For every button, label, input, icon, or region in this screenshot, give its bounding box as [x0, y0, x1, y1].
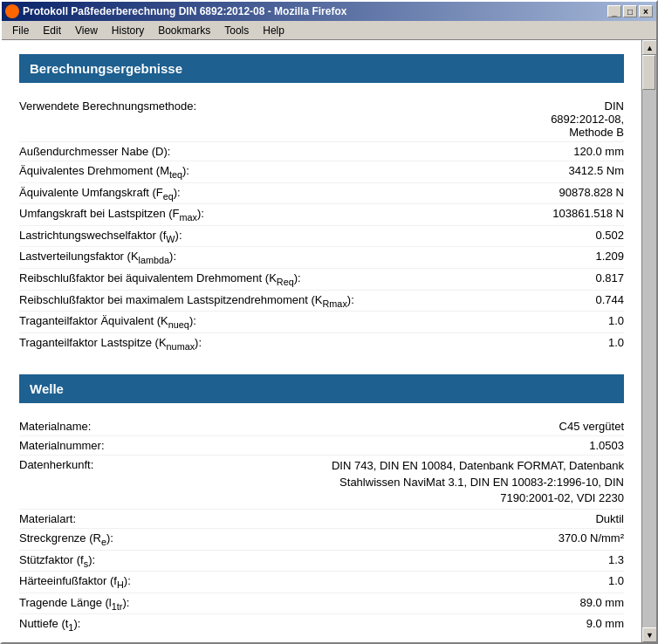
table-row: Außendurchmesser Nabe (D): 120.0 mm [19, 142, 624, 161]
menu-view[interactable]: View [68, 23, 105, 38]
menu-help[interactable]: Help [256, 23, 291, 38]
table-row: Materialnummer: 1.0503 [19, 436, 624, 456]
menu-bar: File Edit View History Bookmarks Tools H… [2, 21, 656, 40]
row-value: 0.502 [595, 229, 624, 242]
row-value: 0.744 [595, 293, 624, 306]
row-label: Härteeinfußfaktor (fH): [19, 574, 131, 590]
row-value: 89.0 mm [579, 596, 624, 609]
row-label: Reibschlußfaktor bei maximalem Lastspitz… [19, 293, 354, 309]
scroll-thumb[interactable] [642, 55, 655, 90]
table-row: Reibschlußfaktor bei äquivalentem Drehmo… [19, 269, 624, 291]
table-row: Datenherkunft: DIN 743, DIN EN 10084, Da… [19, 456, 624, 510]
row-value: 1.0503 [589, 439, 624, 452]
content-area: Berechnungsergebnisse Verwendete Berechn… [2, 40, 656, 642]
row-value: 0.817 [595, 271, 624, 284]
table-row: Härteeinfußfaktor (fH): 1.0 [19, 572, 624, 593]
close-button[interactable]: × [639, 5, 653, 17]
row-label: Lastrichtungswechselfaktor (fW): [19, 229, 182, 244]
title-bar: Protokoll Paßfederberechnung DIN 6892:20… [2, 2, 656, 21]
table-row: Materialname: C45 vergütet [19, 417, 624, 436]
table-row: Traganteilfaktor Äquivalent (Knueq): 1.0 [19, 312, 624, 333]
row-value: C45 vergütet [559, 420, 624, 433]
row-label: Materialart: [19, 512, 76, 525]
row-value: DIN 743, DIN EN 10084, Datenbank FORMAT,… [291, 458, 624, 506]
table-row: Materialart: Duktil [19, 510, 624, 529]
table-row: Äquivalente Umfangskraft (Feq): 90878.82… [19, 183, 624, 205]
firefox-icon [5, 4, 19, 18]
scroll-up-button[interactable]: ▲ [642, 40, 656, 55]
table-row: Umfangskraft bei Lastspitzen (Fmax): 103… [19, 204, 624, 226]
table-row: Lastverteilungsfaktor (Klambda): 1.209 [19, 247, 624, 269]
section1-header: Berechnungsergebnisse [19, 54, 624, 83]
window-controls: _ □ × [607, 5, 653, 17]
welle-section: Materialname: C45 vergütet Materialnumme… [19, 417, 624, 635]
row-label: Traganteilfaktor Lastspitze (Knumax): [19, 336, 202, 352]
row-label: Verwendete Berechnungsmethode: [19, 99, 196, 113]
menu-history[interactable]: History [105, 23, 151, 38]
scroll-down-button[interactable]: ▼ [642, 627, 656, 642]
row-label: Äquivalentes Drehmoment (Mteq): [19, 164, 189, 180]
row-label: Materialname: [19, 420, 91, 433]
browser-window: Protokoll Paßfederberechnung DIN 6892:20… [0, 0, 658, 644]
menu-file[interactable]: File [5, 23, 36, 38]
row-value: 1.0 [608, 336, 624, 349]
row-value: 1.0 [608, 314, 624, 327]
row-value: 9.0 mm [586, 617, 624, 630]
row-value: 1.209 [595, 250, 624, 263]
row-value: 1.0 [608, 574, 624, 587]
row-label: Lastverteilungsfaktor (Klambda): [19, 250, 176, 265]
row-value: Duktil [595, 512, 624, 525]
row-label: Reibschlußfaktor bei äquivalentem Drehmo… [19, 271, 301, 287]
row-label: Streckgrenze (Re): [19, 531, 113, 547]
table-row: Äquivalentes Drehmoment (Mteq): 3412.5 N… [19, 161, 624, 183]
maximize-button[interactable]: □ [623, 5, 637, 17]
row-label: Umfangskraft bei Lastspitzen (Fmax): [19, 207, 204, 223]
row-value: 90878.828 N [559, 186, 624, 199]
table-row: Verwendete Berechnungsmethode: DIN6892:2… [19, 97, 624, 142]
row-label: Tragende Länge (l1tr): [19, 596, 129, 612]
table-row: Stützfaktor (fs): 1.3 [19, 551, 624, 572]
window-title: Protokoll Paßfederberechnung DIN 6892:20… [23, 5, 607, 17]
table-row: Tragende Länge (l1tr): 89.0 mm [19, 593, 624, 615]
row-label: Stützfaktor (fs): [19, 553, 95, 569]
table-row: Streckgrenze (Re): 370.0 N/mm² [19, 529, 624, 551]
row-label: Materialnummer: [19, 439, 105, 452]
row-label: Außendurchmesser Nabe (D): [19, 145, 170, 158]
berechnungsergebnisse-section: Verwendete Berechnungsmethode: DIN6892:2… [19, 97, 624, 353]
table-row: Traganteilfaktor Lastspitze (Knumax): 1.… [19, 333, 624, 354]
row-label: Nuttiefe (t1): [19, 617, 80, 633]
table-row: Reibschlußfaktor bei maximalem Lastspitz… [19, 291, 624, 312]
row-value: 3412.5 Nm [568, 164, 624, 177]
row-label: Traganteilfaktor Äquivalent (Knueq): [19, 314, 196, 330]
row-value: 1.3 [608, 553, 624, 566]
row-value: 370.0 N/mm² [559, 531, 624, 545]
table-row: Nuttiefe (t1): 9.0 mm [19, 614, 624, 635]
menu-edit[interactable]: Edit [36, 23, 68, 38]
minimize-button[interactable]: _ [607, 5, 621, 17]
row-label: Datenherkunft: [19, 458, 93, 471]
table-row: Lastrichtungswechselfaktor (fW): 0.502 [19, 226, 624, 248]
row-label: Äquivalente Umfangskraft (Feq): [19, 186, 181, 202]
row-value: 120.0 mm [573, 145, 624, 158]
row-value: DIN6892:2012-08,Methode B [551, 99, 624, 139]
section2-header: Welle [19, 374, 624, 403]
menu-tools[interactable]: Tools [217, 23, 256, 38]
scroll-track[interactable] [642, 55, 656, 627]
row-value: 103861.518 N [552, 207, 624, 220]
menu-bookmarks[interactable]: Bookmarks [151, 23, 217, 38]
page-content: Berechnungsergebnisse Verwendete Berechn… [2, 40, 641, 642]
vertical-scrollbar[interactable]: ▲ ▼ [641, 40, 656, 642]
